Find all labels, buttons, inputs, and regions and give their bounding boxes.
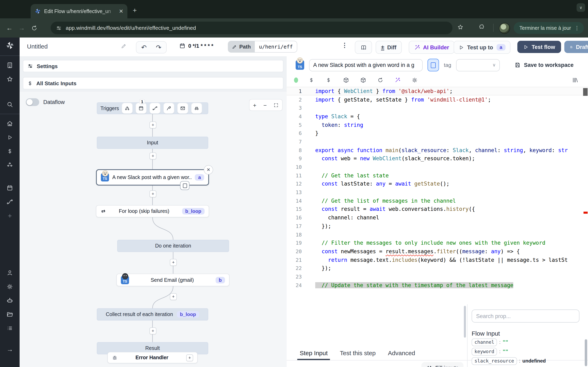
code-line[interactable]: 11 // Get the last state: [287, 171, 588, 180]
tag-select[interactable]: ∨: [456, 59, 500, 71]
chrome-menu-icon[interactable]: ⋮: [574, 25, 580, 31]
tab-test-this-step[interactable]: Test this step: [340, 350, 376, 360]
diff-button[interactable]: ± Diff: [376, 41, 402, 54]
fullscreen-icon[interactable]: [274, 103, 279, 108]
trigger-websocket-icon[interactable]: [164, 103, 174, 114]
code-line[interactable]: 24 // Update the state with the timestam…: [287, 281, 588, 289]
edit-name-icon[interactable]: [121, 43, 127, 49]
flow-name[interactable]: Untitled: [27, 43, 48, 50]
trigger-webhook-icon[interactable]: [122, 103, 133, 114]
code-editor[interactable]: 1import { WebClient } from '@slack/web-a…: [287, 87, 588, 346]
zoom-in-icon[interactable]: +: [253, 102, 256, 108]
rail-schedules-icon[interactable]: [0, 181, 20, 195]
rail-workspace-icon[interactable]: [0, 58, 20, 72]
code-line[interactable]: 20 const newMessages = result.messages.f…: [287, 247, 588, 256]
code-line[interactable]: 16 channel: channel: [287, 213, 588, 222]
rail-add-icon[interactable]: ＋: [0, 209, 20, 223]
add-step-button[interactable]: +: [149, 152, 156, 159]
extensions-icon[interactable]: [479, 24, 485, 30]
rail-ai-icon[interactable]: [0, 294, 20, 308]
code-line[interactable]: 10: [287, 163, 588, 171]
assets-icon[interactable]: [309, 77, 315, 83]
rail-settings-icon[interactable]: [0, 280, 20, 294]
flow-input-prop[interactable]: slack_resource:undefined: [472, 357, 546, 365]
code-line[interactable]: 22 });: [287, 264, 588, 272]
error-handler-node[interactable]: Error Handler +: [107, 352, 198, 363]
url-bar[interactable]: app.windmill.dev/flows/edit/u/henri/effe…: [51, 22, 452, 34]
trigger-email-icon[interactable]: [177, 103, 189, 114]
fill-inputs-button[interactable]: Fill inputs: [421, 362, 463, 367]
code-line[interactable]: 4type Slack = {: [287, 112, 588, 120]
prop-name-pill[interactable]: slack_resource: [472, 357, 517, 365]
package-icon[interactable]: [360, 77, 367, 83]
add-step-button[interactable]: +: [149, 191, 156, 197]
prop-name-pill[interactable]: channel: [472, 338, 497, 346]
triggers-node[interactable]: Triggers 1: [97, 102, 208, 114]
concurrency-square-button[interactable]: [428, 59, 439, 71]
tab-advanced[interactable]: Advanced: [388, 350, 415, 360]
code-line[interactable]: 18: [287, 230, 588, 239]
rail-home-icon[interactable]: [0, 117, 20, 131]
add-step-button[interactable]: +: [170, 293, 177, 300]
zoom-out-icon[interactable]: −: [263, 102, 267, 108]
rail-runs-icon[interactable]: [0, 131, 20, 144]
code-line[interactable]: 14 // Get the list of messages in the ch…: [287, 197, 588, 205]
rail-variables-icon[interactable]: [0, 144, 20, 158]
step-node-forloop[interactable]: For loop (skip failures) b_loop: [96, 205, 209, 217]
undo-button[interactable]: ↶: [136, 41, 152, 53]
library-icon[interactable]: [572, 77, 578, 83]
more-options-icon[interactable]: ⋮: [341, 42, 348, 49]
code-line[interactable]: 23: [287, 272, 588, 281]
site-settings-icon[interactable]: [56, 25, 62, 31]
rail-resources-icon[interactable]: [0, 158, 20, 172]
settings-row[interactable]: Settings: [23, 60, 283, 72]
tab-search-icon[interactable]: ∨: [577, 3, 585, 12]
code-line[interactable]: 2import { getState, setState } from 'win…: [287, 95, 588, 104]
code-line[interactable]: 5 token: string: [287, 121, 588, 129]
add-step-button[interactable]: +: [170, 259, 177, 266]
code-line[interactable]: 13: [287, 188, 588, 197]
redo-button[interactable]: ↷: [151, 41, 167, 53]
code-line[interactable]: 7: [287, 137, 588, 146]
rail-routes-icon[interactable]: [0, 195, 20, 209]
ai-assist-icon[interactable]: [394, 77, 401, 83]
new-tab-button[interactable]: +: [133, 7, 137, 14]
input-node[interactable]: Input: [97, 137, 208, 149]
flow-graph[interactable]: Dataflow + − Triggers 1 + Input +: [20, 92, 287, 367]
collect-result-node[interactable]: Collect result of each iteration b_loop: [97, 308, 208, 320]
do-one-iteration-node[interactable]: Do one iteration: [117, 240, 229, 252]
test-flow-button[interactable]: Test flow: [517, 41, 561, 53]
rail-collapse-icon[interactable]: →: [0, 342, 20, 356]
back-icon[interactable]: ←: [3, 24, 16, 32]
browser-profile-avatar[interactable]: [499, 23, 510, 34]
schedule-cron[interactable]: 0 */1 * * * *: [179, 43, 213, 49]
trigger-route-icon[interactable]: [150, 103, 161, 114]
scrollbar-thumb[interactable]: [583, 88, 588, 96]
flow-input-prop[interactable]: keyword:"": [472, 347, 546, 356]
code-line[interactable]: 9 const web = new WebClient(slack_resour…: [287, 154, 588, 163]
trigger-schedule-icon[interactable]: 1: [136, 103, 147, 114]
rail-search-icon[interactable]: [0, 98, 20, 111]
step-summary-input[interactable]: A new Slack post with a given word in a …: [309, 59, 423, 71]
browser-tab[interactable]: Edit Flow u/henri/effective_un ✕: [31, 4, 127, 18]
remove-step-button[interactable]: ✕: [204, 165, 213, 175]
path-chip[interactable]: Path u/henri/eff: [228, 41, 297, 53]
variables-icon[interactable]: [326, 77, 332, 83]
add-error-handler-button[interactable]: +: [186, 354, 193, 361]
flow-input-prop[interactable]: channel:"": [472, 338, 546, 346]
add-step-button[interactable]: +: [149, 327, 156, 334]
resource-icon[interactable]: [343, 77, 350, 83]
reload-icon[interactable]: [31, 25, 38, 31]
bookmark-star-icon[interactable]: [457, 24, 463, 30]
rail-users-icon[interactable]: [0, 266, 20, 280]
editor-settings-icon[interactable]: [412, 77, 418, 83]
all-static-inputs-row[interactable]: All Static Inputs: [23, 77, 283, 89]
code-line[interactable]: 1import { WebClient } from '@slack/web-a…: [287, 87, 588, 95]
code-line[interactable]: 12 const lastState: any = await getState…: [287, 180, 588, 188]
dataflow-toggle[interactable]: [26, 98, 39, 106]
tab-close-icon[interactable]: ✕: [119, 8, 123, 14]
rail-folders-icon[interactable]: [0, 308, 20, 321]
rail-audit-icon[interactable]: [0, 321, 20, 335]
docs-button[interactable]: [355, 41, 372, 54]
test-up-to-button[interactable]: Test up to a: [454, 41, 510, 54]
